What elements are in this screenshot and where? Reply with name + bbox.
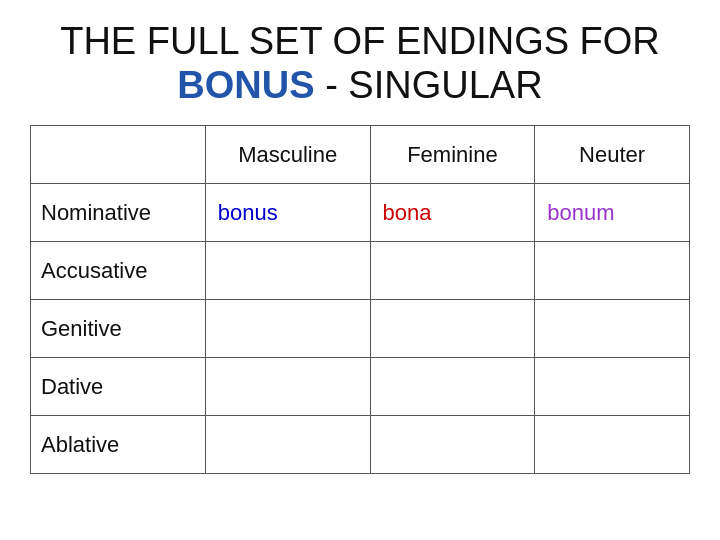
page-container: THE FULL SET OF ENDINGS FOR BONUS - SING… — [0, 0, 720, 540]
nominative-neuter: bonum — [535, 184, 690, 242]
genitive-masculine — [205, 300, 370, 358]
genitive-neuter — [535, 300, 690, 358]
case-ablative: Ablative — [31, 416, 206, 474]
case-dative: Dative — [31, 358, 206, 416]
dative-feminine — [370, 358, 535, 416]
accusative-neuter — [535, 242, 690, 300]
title-line1: THE FULL SET OF ENDINGS FOR — [60, 20, 660, 62]
accusative-feminine — [370, 242, 535, 300]
table-row: Accusative — [31, 242, 690, 300]
nominative-masculine: bonus — [205, 184, 370, 242]
dative-neuter — [535, 358, 690, 416]
header-empty — [31, 126, 206, 184]
table-row: Genitive — [31, 300, 690, 358]
header-masculine: Masculine — [205, 126, 370, 184]
page-title: THE FULL SET OF ENDINGS FOR BONUS - SING… — [60, 20, 660, 107]
genitive-feminine — [370, 300, 535, 358]
case-genitive: Genitive — [31, 300, 206, 358]
case-accusative: Accusative — [31, 242, 206, 300]
nominative-feminine: bona — [370, 184, 535, 242]
table-row: Nominative bonus bona bonum — [31, 184, 690, 242]
table-header-row: Masculine Feminine Neuter — [31, 126, 690, 184]
case-nominative: Nominative — [31, 184, 206, 242]
ablative-feminine — [370, 416, 535, 474]
dative-masculine — [205, 358, 370, 416]
accusative-masculine — [205, 242, 370, 300]
title-line2-rest: - SINGULAR — [315, 64, 543, 106]
endings-table: Masculine Feminine Neuter Nominative bon… — [30, 125, 690, 474]
header-feminine: Feminine — [370, 126, 535, 184]
ablative-neuter — [535, 416, 690, 474]
ablative-masculine — [205, 416, 370, 474]
table-row: Dative — [31, 358, 690, 416]
header-neuter: Neuter — [535, 126, 690, 184]
table-row: Ablative — [31, 416, 690, 474]
title-bold-word: BONUS — [177, 64, 314, 106]
